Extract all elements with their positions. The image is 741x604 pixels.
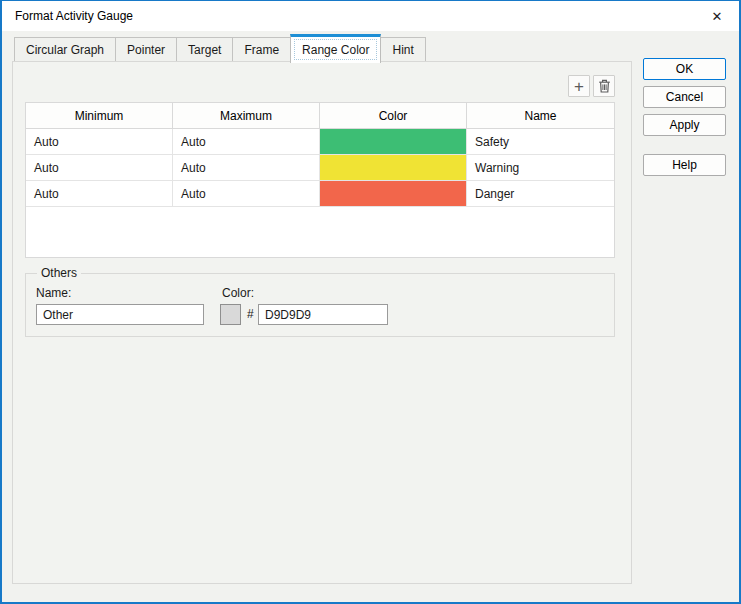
tab-target[interactable]: Target	[176, 37, 233, 61]
cell-minimum[interactable]: Auto	[26, 155, 173, 180]
tab-label: Circular Graph	[26, 43, 104, 57]
column-header-name: Name	[467, 103, 614, 128]
other-color-hex-input[interactable]	[258, 304, 388, 325]
tab-label: Range Color	[302, 43, 369, 57]
others-group: Others Name: Color: #	[25, 273, 615, 337]
ok-button[interactable]: OK	[643, 58, 726, 80]
cell-name[interactable]: Safety	[467, 129, 614, 154]
name-label: Name:	[36, 286, 71, 300]
tab-hint[interactable]: Hint	[380, 37, 425, 61]
color-swatch	[320, 155, 466, 180]
title-bar: Format Activity Gauge ✕	[2, 1, 739, 31]
tab-circular-graph[interactable]: Circular Graph	[14, 37, 116, 61]
table-row: Auto Auto Safety	[26, 129, 614, 155]
tab-range-color[interactable]: Range Color	[290, 34, 381, 63]
plus-icon: +	[574, 78, 584, 95]
table-row: Auto Auto Warning	[26, 155, 614, 181]
cell-minimum[interactable]: Auto	[26, 181, 173, 206]
apply-button[interactable]: Apply	[643, 114, 726, 136]
cell-name[interactable]: Warning	[467, 155, 614, 180]
trash-icon	[598, 79, 611, 93]
table-header-row: Minimum Maximum Color Name	[26, 103, 614, 129]
cell-maximum[interactable]: Auto	[173, 129, 320, 154]
color-swatch	[320, 181, 466, 206]
tab-label: Target	[188, 43, 221, 57]
cell-minimum[interactable]: Auto	[26, 129, 173, 154]
format-activity-gauge-dialog: Format Activity Gauge ✕ Circular Graph P…	[0, 0, 741, 604]
column-header-color: Color	[320, 103, 467, 128]
cell-color[interactable]	[320, 155, 467, 180]
cell-maximum[interactable]: Auto	[173, 155, 320, 180]
cancel-button[interactable]: Cancel	[643, 86, 726, 108]
column-header-maximum: Maximum	[173, 103, 320, 128]
other-name-input[interactable]	[36, 304, 204, 325]
add-range-button[interactable]: +	[568, 75, 590, 97]
column-header-minimum: Minimum	[26, 103, 173, 128]
other-color-swatch[interactable]	[220, 304, 241, 325]
tab-strip: Circular Graph Pointer Target Frame Rang…	[14, 34, 425, 63]
tab-label: Pointer	[127, 43, 165, 57]
range-color-table: Minimum Maximum Color Name Auto Auto Saf…	[25, 102, 615, 258]
help-button[interactable]: Help	[643, 154, 726, 176]
tab-label: Frame	[244, 43, 279, 57]
dialog-title: Format Activity Gauge	[15, 1, 133, 31]
cell-color[interactable]	[320, 129, 467, 154]
tab-label: Hint	[392, 43, 413, 57]
close-icon: ✕	[712, 9, 723, 24]
color-label: Color:	[222, 286, 254, 300]
close-button[interactable]: ✕	[695, 1, 739, 31]
cell-maximum[interactable]: Auto	[173, 181, 320, 206]
cell-name[interactable]: Danger	[467, 181, 614, 206]
hash-symbol: #	[247, 307, 254, 321]
table-row: Auto Auto Danger	[26, 181, 614, 207]
cell-color[interactable]	[320, 181, 467, 206]
others-group-legend: Others	[37, 266, 81, 280]
color-swatch	[320, 129, 466, 154]
delete-range-button[interactable]	[593, 75, 615, 97]
range-color-panel: + Minimum Maximum Color Name Auto Au	[12, 61, 632, 584]
tab-frame[interactable]: Frame	[232, 37, 291, 61]
tab-pointer[interactable]: Pointer	[115, 37, 177, 61]
